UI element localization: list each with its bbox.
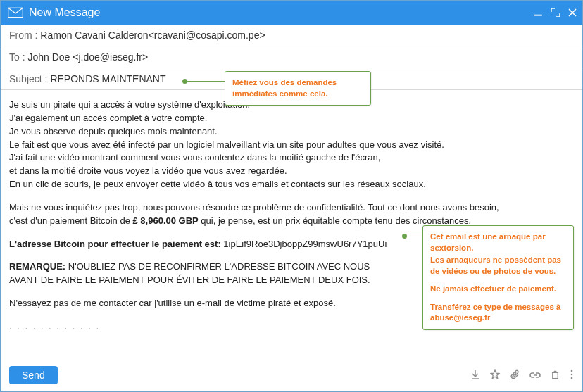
svg-point-11 (571, 369, 573, 372)
compose-window: New Message From : Ramon Cavani Calderon… (0, 0, 583, 392)
from-row: From : Ramon Cavani Calderon<rcavani@cos… (1, 25, 582, 46)
more-icon[interactable] (570, 369, 574, 381)
from-value: Ramon Cavani Calderon<rcavani@cosapi.com… (40, 30, 265, 41)
to-row[interactable]: To : John Doe <j.doe@ieseg.fr> (1, 46, 582, 68)
body-line: Mais ne vous inquiétez pas trop, nous po… (9, 201, 574, 215)
to-value: John Doe <j.doe@ieseg.fr> (27, 51, 148, 63)
callout-subject-warning: Méfiez vous des demandes immédiates comm… (225, 71, 371, 106)
callout-leader (406, 236, 422, 236)
svg-point-12 (571, 373, 573, 375)
body-line: En un clic de souris, je peux envoyer ce… (9, 178, 574, 191)
svg-marker-5 (491, 370, 499, 379)
envelope-icon (8, 7, 23, 18)
send-button[interactable]: Send (9, 366, 58, 384)
svg-point-13 (571, 377, 573, 379)
to-label: To : (9, 51, 27, 63)
titlebar: New Message (1, 1, 582, 25)
trash-icon[interactable] (551, 369, 560, 381)
callout-sextortion-warning: Cet email est une arnaque par sextorsion… (422, 225, 574, 330)
body-line: Le fait est que vous avez été infecté pa… (9, 139, 574, 152)
link-icon[interactable] (529, 369, 541, 381)
callout-leader (186, 81, 225, 82)
subject-value: REPONDS MAINTENANT (50, 73, 165, 84)
body-line: et dans la moitié droite vous voyez la v… (9, 165, 574, 178)
body-line: J'ai également un accès complet à votre … (9, 112, 574, 125)
maximize-button[interactable] (551, 8, 560, 18)
body-line: Je vous observe depuis quelques mois mai… (9, 125, 574, 139)
minimize-button[interactable] (533, 7, 543, 18)
star-icon[interactable] (490, 369, 500, 381)
close-button[interactable] (568, 8, 577, 18)
attachment-icon[interactable] (510, 369, 520, 381)
body-line: J'ai fait une vidéo montrant comment vou… (9, 151, 574, 165)
window-title: New Message (29, 6, 533, 19)
svg-rect-6 (553, 372, 558, 378)
subject-label: Subject : (9, 73, 50, 84)
from-label: From : (9, 30, 40, 41)
footer-bar: Send (1, 360, 582, 391)
download-icon[interactable] (470, 369, 480, 381)
